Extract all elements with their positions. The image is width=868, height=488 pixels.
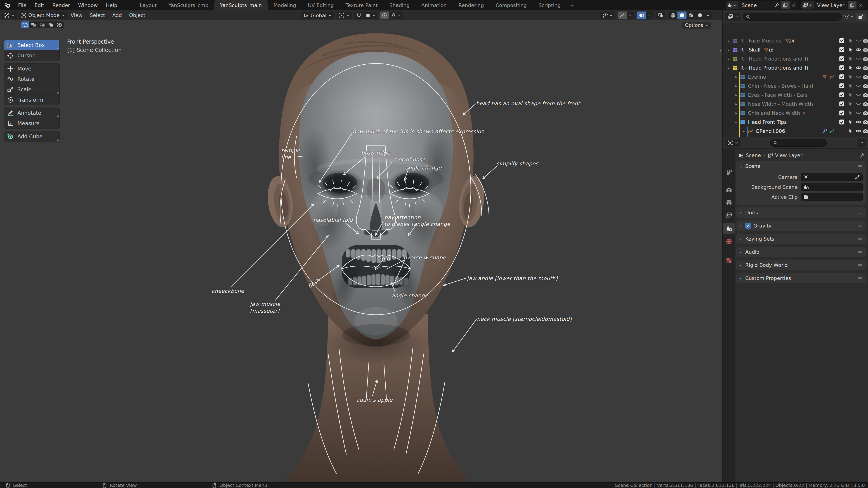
selectable-icon[interactable]: [848, 47, 853, 53]
menu-window[interactable]: Window: [74, 1, 102, 9]
field-active-clip-input[interactable]: [801, 193, 863, 201]
viewport-canvas[interactable]: head has an oval shape from the fronthow…: [0, 21, 723, 482]
tool-select-box[interactable]: Select Box: [4, 40, 59, 51]
add-workspace-button[interactable]: [566, 3, 578, 8]
outliner-row-eyeline[interactable]: Eyeline: [723, 72, 868, 81]
select-mode-new[interactable]: [21, 22, 29, 28]
select-mode-intersect[interactable]: [55, 22, 64, 28]
menu-file[interactable]: File: [14, 1, 31, 9]
panel-audio-header[interactable]: › Audio: [736, 247, 866, 257]
new-view-layer-button[interactable]: [848, 1, 857, 9]
render-visibility-icon[interactable]: [863, 101, 868, 107]
selectable-icon[interactable]: [848, 65, 853, 70]
tool-move[interactable]: Move: [4, 64, 59, 74]
hide-viewport-icon[interactable]: [856, 74, 862, 80]
selectable-icon[interactable]: [848, 101, 853, 107]
proportional-edit-icon[interactable]: [380, 11, 389, 19]
outliner-filter-button[interactable]: [844, 14, 854, 20]
render-visibility-icon[interactable]: [863, 74, 868, 79]
sidebar-toggle[interactable]: ‹: [719, 48, 721, 55]
exclude-checkbox[interactable]: [839, 47, 845, 53]
unlink-scene-button[interactable]: [789, 1, 798, 9]
workspace-tab-rendering[interactable]: Rendering: [453, 0, 490, 10]
exclude-checkbox[interactable]: [839, 101, 845, 107]
outliner-row-head-front-tips[interactable]: Head Front Tips: [723, 118, 868, 127]
menu-edit[interactable]: Edit: [31, 1, 49, 9]
overlays-icon[interactable]: [637, 11, 646, 19]
render-visibility-icon[interactable]: [863, 47, 868, 53]
select-mode-extend[interactable]: [29, 22, 38, 28]
selectable-icon[interactable]: [848, 74, 853, 79]
options-button[interactable]: Options: [682, 22, 711, 29]
falloff-icon[interactable]: [389, 11, 403, 19]
selectable-icon[interactable]: [848, 128, 853, 134]
outliner-row-r-face-muscles[interactable]: R - Face Muscles 24: [723, 36, 868, 45]
orientation-selector[interactable]: Global: [301, 11, 334, 19]
tool-add-cube[interactable]: Add Cube: [4, 131, 59, 142]
properties-tab-view-layer[interactable]: [723, 210, 735, 221]
disclosure-open-icon[interactable]: [726, 65, 730, 71]
exclude-checkbox[interactable]: [839, 65, 845, 71]
pivot-point-button[interactable]: [337, 11, 352, 19]
render-visibility-icon[interactable]: [863, 56, 868, 61]
panel-divider[interactable]: [722, 10, 723, 482]
selectable-icon[interactable]: [848, 92, 853, 98]
outliner-search-input[interactable]: [752, 14, 839, 19]
workspace-tab-yansculpts-cmp[interactable]: YanSculpts_cmp: [162, 0, 214, 10]
tool-cursor[interactable]: Cursor: [4, 51, 59, 61]
snap-target-icon[interactable]: [364, 11, 377, 19]
panel-rigid-body-world-header[interactable]: › Rigid Body World: [736, 260, 866, 270]
hide-viewport-icon[interactable]: [856, 65, 862, 71]
scene-panel-header[interactable]: ⌄ Scene: [736, 161, 866, 171]
hide-viewport-icon[interactable]: [856, 83, 862, 89]
render-visibility-icon[interactable]: [863, 128, 868, 134]
selectable-icon[interactable]: [848, 119, 853, 125]
panel-custom-properties-header[interactable]: › Custom Properties: [736, 273, 866, 283]
outliner-row-nose-width-mouth-width[interactable]: Nose Width - Mouth Width: [723, 99, 868, 108]
selectable-icon[interactable]: [848, 83, 853, 89]
selectable-icon[interactable]: [848, 110, 853, 116]
viewport-menu-object[interactable]: Object: [125, 12, 149, 18]
scene-name[interactable]: Scene: [739, 2, 772, 8]
overlay-controls[interactable]: [637, 11, 653, 19]
workspace-tab-animation[interactable]: Animation: [415, 0, 453, 10]
visibility-controls[interactable]: [600, 11, 615, 19]
workspace-tab-texture-paint[interactable]: Texture Paint: [340, 0, 383, 10]
overlays-dropdown[interactable]: [646, 11, 653, 19]
hide-viewport-icon[interactable]: [856, 101, 862, 107]
outliner-editor-type-button[interactable]: [725, 13, 741, 21]
tool-annotate[interactable]: Annotate: [4, 108, 59, 118]
breadcrumb-scene[interactable]: Scene: [746, 153, 761, 158]
eyedropper-icon[interactable]: [855, 174, 860, 180]
magnet-icon[interactable]: [354, 11, 364, 19]
properties-tab-scene[interactable]: [723, 223, 735, 234]
disclosure-closed-icon[interactable]: [734, 92, 738, 98]
field-camera-input[interactable]: [801, 173, 863, 181]
viewport-menu-select[interactable]: Select: [86, 12, 109, 18]
pin-icon[interactable]: [772, 1, 781, 9]
disclosure-closed-icon[interactable]: [734, 110, 738, 116]
properties-search-input[interactable]: [779, 140, 824, 145]
workspace-tab-yansculpts-main[interactable]: YanSculpts_main: [214, 0, 268, 10]
proportional-edit-controls[interactable]: [380, 11, 403, 19]
outliner-row-r-head-proportions-and-tips[interactable]: R - Head Proportions and Tips: [723, 63, 868, 72]
workspace-tab-modeling[interactable]: Modeling: [268, 0, 302, 10]
render-visibility-icon[interactable]: [863, 119, 868, 125]
disclosure-closed-icon[interactable]: [734, 101, 738, 107]
tool-rotate[interactable]: Rotate: [4, 74, 59, 84]
exclude-checkbox[interactable]: [839, 110, 845, 116]
panel-gravity-header[interactable]: › ✓ Gravity: [736, 221, 866, 231]
disclosure-open-icon[interactable]: [734, 119, 738, 125]
new-collection-button[interactable]: [856, 13, 866, 21]
panel-units-header[interactable]: › Units: [736, 207, 866, 218]
workspace-tab-uv-editing[interactable]: UV Editing: [302, 0, 340, 10]
disclosure-closed-icon[interactable]: [742, 128, 746, 134]
xray-toggle[interactable]: [656, 11, 665, 19]
hide-viewport-icon[interactable]: [856, 38, 862, 43]
remove-view-layer-button[interactable]: [857, 1, 865, 9]
select-mode-subtract[interactable]: [38, 22, 46, 28]
properties-tab-output[interactable]: [723, 197, 735, 208]
shading-solid-icon[interactable]: [677, 11, 686, 19]
pin-icon[interactable]: [860, 152, 865, 158]
outliner-row-eyes-face-width-ears[interactable]: Eyes - Face Width - Ears: [723, 90, 868, 99]
